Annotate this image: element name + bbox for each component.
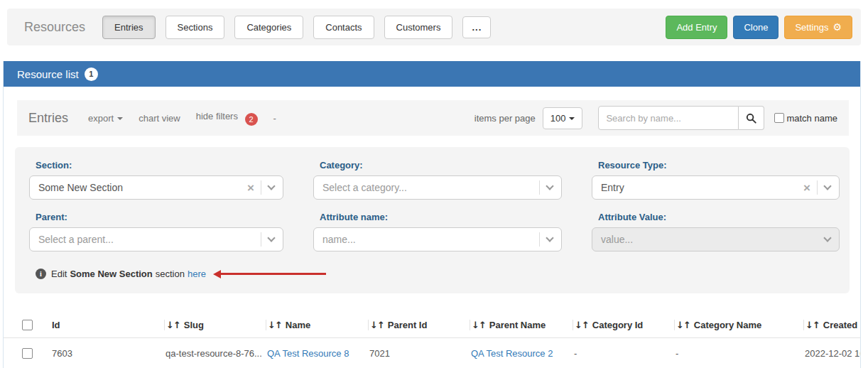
search-icon: [746, 113, 756, 124]
resource-type-select[interactable]: Entry ×: [592, 175, 840, 200]
sort-icon: ↓↑: [575, 320, 589, 330]
chevron-down-icon[interactable]: [546, 234, 553, 242]
items-per-page-value: 100: [550, 113, 566, 124]
column-header-slug[interactable]: ↓↑Slug: [164, 320, 266, 330]
more-tabs-button[interactable]: ...: [462, 16, 491, 38]
sort-icon: ↓↑: [166, 320, 180, 330]
resource-type-label: Resource Type:: [598, 160, 840, 171]
row-select-cell: [4, 348, 50, 359]
section-select-value: Some New Section: [38, 182, 247, 193]
chevron-down-icon[interactable]: [546, 182, 553, 190]
search-button[interactable]: [739, 106, 764, 130]
section-select[interactable]: Some New Section ×: [29, 175, 283, 200]
tab-categories[interactable]: Categories: [234, 16, 303, 39]
select-divider: [261, 180, 261, 195]
export-dropdown[interactable]: export: [88, 113, 123, 124]
attribute-name-label: Attribute name:: [320, 212, 562, 222]
edit-section-note: i Edit Some New Section section here: [36, 269, 840, 279]
note-suffix: section: [156, 269, 185, 279]
tab-entries[interactable]: Entries: [102, 16, 155, 39]
sort-icon: ↓↑: [268, 320, 282, 330]
tab-contacts[interactable]: Contacts: [313, 16, 374, 39]
chart-view-link[interactable]: chart view: [139, 113, 180, 124]
row-parent-name-link[interactable]: QA Test Resource 2: [471, 348, 553, 359]
row-category-name: -: [674, 348, 803, 359]
category-select[interactable]: Select a category...: [313, 175, 562, 200]
attribute-name-placeholder: name...: [322, 234, 539, 245]
chevron-down-icon[interactable]: [823, 182, 831, 190]
column-header-category-id[interactable]: ↓↑Category Id: [573, 320, 674, 330]
column-header-created[interactable]: ↓↑Created: [803, 320, 860, 330]
row-checkbox[interactable]: [22, 348, 33, 359]
clear-icon[interactable]: ×: [247, 182, 254, 194]
caret-down-icon: [569, 117, 575, 120]
filter-grid: Section: Some New Section × Category: Se…: [29, 160, 840, 251]
row-name: QA Test Resource 8: [266, 348, 368, 359]
column-header-parent-name[interactable]: ↓↑Parent Name: [470, 320, 573, 330]
hide-filters-label: hide filters: [196, 111, 238, 121]
table-header-row: Id ↓↑Slug ↓↑Name ↓↑Parent Id ↓↑Parent Na…: [4, 312, 860, 338]
row-parent-id: 7021: [368, 348, 470, 359]
entries-toolbar: Entries export chart view hide filters 2…: [17, 100, 849, 136]
chevron-down-icon[interactable]: [267, 234, 275, 242]
export-label: export: [88, 113, 114, 124]
row-created: 2022-12-02 16: [803, 348, 860, 359]
entries-table: Id ↓↑Slug ↓↑Name ↓↑Parent Id ↓↑Parent Na…: [4, 312, 860, 368]
arrow-line: [221, 273, 326, 275]
resource-list-title: Resource list: [17, 68, 79, 80]
entries-title: Entries: [28, 111, 68, 126]
match-name-option: match name: [774, 113, 837, 124]
red-arrow-annotation: [213, 270, 326, 278]
select-all-checkbox[interactable]: [22, 320, 33, 330]
table-row: 7603 qa-test-resource-8-76... QA Test Re…: [4, 338, 860, 368]
arrow-head-icon: [213, 270, 221, 278]
parent-label: Parent:: [36, 212, 283, 222]
hide-filters-link[interactable]: hide filters 2: [196, 111, 258, 126]
row-name-link[interactable]: QA Test Resource 8: [267, 348, 349, 359]
row-id: 7603: [50, 348, 164, 359]
note-prefix: Edit: [51, 269, 67, 279]
page-title: Resources: [24, 20, 85, 35]
search-input[interactable]: [598, 106, 739, 130]
parent-select-placeholder: Select a parent...: [38, 234, 261, 245]
edit-section-link[interactable]: here: [188, 269, 206, 279]
count-badge: 1: [85, 67, 98, 81]
section-label: Section:: [36, 160, 283, 171]
row-category-id: -: [573, 348, 674, 359]
note-section-name: Some New Section: [70, 269, 152, 279]
column-header-parent-id[interactable]: ↓↑Parent Id: [368, 320, 470, 330]
row-slug: qa-test-resource-8-76...: [164, 348, 266, 359]
filter-field-section: Section: Some New Section ×: [29, 160, 283, 200]
select-divider: [261, 232, 261, 247]
top-toolbar: Resources Entries Sections Categories Co…: [7, 9, 861, 45]
column-header-category-name[interactable]: ↓↑Category Name: [674, 320, 803, 330]
clone-button[interactable]: Clone: [733, 16, 779, 39]
chevron-down-icon: [823, 234, 831, 242]
caret-down-icon: [117, 117, 123, 120]
settings-button[interactable]: Settings ⚙: [784, 16, 852, 39]
sort-icon: ↓↑: [676, 320, 690, 330]
add-entry-button[interactable]: Add Entry: [666, 16, 727, 39]
parent-select[interactable]: Select a parent...: [29, 227, 283, 251]
filter-field-resource-type: Resource Type: Entry ×: [592, 160, 840, 200]
items-per-page-select[interactable]: 100: [543, 107, 583, 129]
select-divider: [817, 180, 818, 195]
tab-sections[interactable]: Sections: [166, 16, 225, 39]
tab-customers[interactable]: Customers: [384, 16, 453, 39]
row-parent-name: QA Test Resource 2: [470, 348, 573, 359]
category-select-placeholder: Select a category...: [322, 182, 539, 193]
search-group: [598, 106, 764, 130]
match-name-checkbox[interactable]: [774, 113, 784, 123]
clear-icon[interactable]: ×: [803, 182, 810, 194]
items-per-page-label: items per page: [474, 113, 536, 124]
chevron-down-icon[interactable]: [267, 182, 275, 190]
select-divider: [539, 232, 540, 247]
attribute-name-select[interactable]: name...: [313, 227, 562, 251]
filter-field-parent: Parent: Select a parent...: [29, 212, 283, 251]
column-header-id[interactable]: Id: [50, 320, 164, 330]
column-header-name[interactable]: ↓↑Name: [266, 320, 368, 330]
sort-icon: ↓↑: [370, 320, 384, 330]
match-name-label: match name: [786, 113, 837, 124]
resource-type-select-value: Entry: [601, 182, 803, 193]
attribute-value-placeholder: value...: [601, 234, 825, 245]
